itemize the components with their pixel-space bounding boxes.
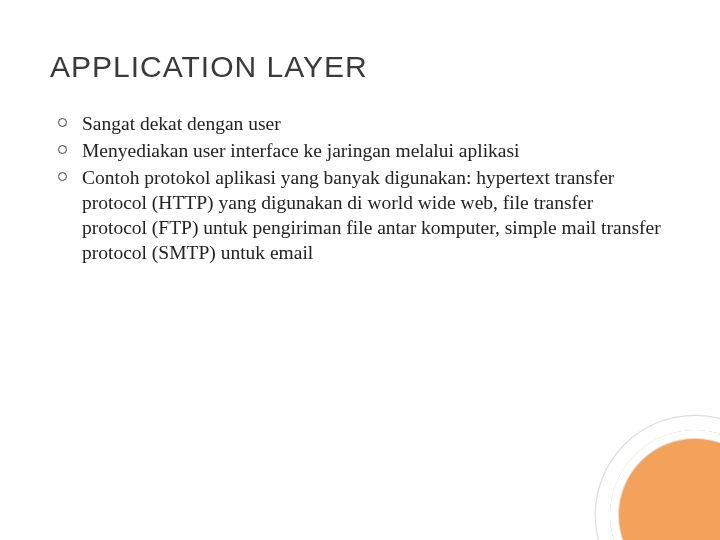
list-item-text: Sangat dekat dengan user bbox=[82, 113, 281, 134]
list-item-text: Menyediakan user interface ke jaringan m… bbox=[82, 140, 519, 161]
circle-bullet-icon bbox=[58, 172, 67, 181]
list-item: Sangat dekat dengan user bbox=[54, 112, 662, 137]
page-title: APPLICATION LAYER bbox=[50, 50, 670, 84]
list-item: Contoh protokol aplikasi yang banyak dig… bbox=[54, 166, 662, 266]
slide: APPLICATION LAYER Sangat dekat dengan us… bbox=[0, 0, 720, 540]
decorative-circle bbox=[610, 430, 720, 540]
list-item-text: Contoh protokol aplikasi yang banyak dig… bbox=[82, 167, 661, 263]
bullet-list: Sangat dekat dengan user Menyediakan use… bbox=[50, 112, 670, 266]
circle-bullet-icon bbox=[58, 145, 67, 154]
list-item: Menyediakan user interface ke jaringan m… bbox=[54, 139, 662, 164]
circle-bullet-icon bbox=[58, 118, 67, 127]
